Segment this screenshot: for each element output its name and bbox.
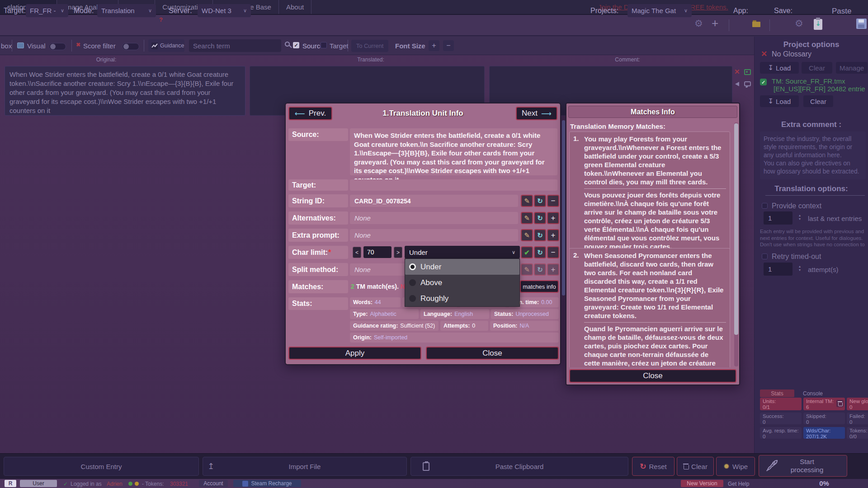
trash-icon[interactable] [836, 400, 844, 407]
plus-glyph: + [551, 231, 556, 240]
char-limit-increase-button[interactable]: > [394, 247, 402, 258]
edit-pencil-icon[interactable]: ✎ [521, 212, 533, 224]
refresh-icon[interactable]: ↻ [534, 263, 546, 276]
account-button[interactable]: Account [199, 480, 228, 487]
project-settings-gear-icon[interactable]: ⚙ [694, 18, 703, 29]
dropdown-option-roughly[interactable]: Roughly [405, 291, 519, 306]
refresh-icon[interactable]: ↻ [534, 246, 546, 258]
paste-icon[interactable]: ⇣ [814, 19, 822, 30]
menu-item-about[interactable]: About [279, 0, 311, 14]
edit-pencil-icon[interactable]: ✎ [521, 229, 533, 241]
tm-load-button[interactable]: ↧ Load [760, 95, 799, 107]
char-limit-decrease-button[interactable]: < [353, 247, 361, 258]
spinner-arrows-icon[interactable]: ▴▾ [799, 265, 801, 272]
search-input[interactable] [189, 39, 281, 52]
alternatives-value[interactable]: None [350, 212, 518, 224]
server-select[interactable]: WD-Net 3 ∨ [198, 4, 251, 17]
dropdown-option-above[interactable]: Above [405, 275, 519, 291]
string-id-value[interactable]: CARD_ID_0078254 [350, 195, 518, 207]
add-project-button[interactable]: + [712, 16, 718, 30]
original-text-area[interactable]: When Woe Strider enters the battlefield,… [5, 66, 245, 116]
provide-context-checkbox[interactable] [762, 203, 768, 209]
user-button[interactable]: User [20, 480, 57, 487]
refresh-icon[interactable]: ↻ [534, 229, 546, 241]
plus-glyph: + [551, 214, 556, 223]
start-processing-button[interactable]: Start processing [759, 455, 847, 477]
get-help-link[interactable]: Get Help [728, 481, 749, 487]
stat-value: 6 [806, 404, 809, 410]
target-checkbox[interactable] [321, 42, 327, 48]
refresh-icon[interactable]: ↻ [534, 212, 546, 224]
add-icon[interactable]: + [547, 212, 559, 224]
delete-row-icon[interactable]: ✕ [734, 68, 740, 76]
retry-count-input[interactable] [764, 263, 793, 276]
save-settings-gear-icon[interactable]: ⚙ [795, 18, 803, 29]
confirm-check-icon[interactable]: ✔ [521, 246, 533, 258]
image-attachment-icon[interactable] [744, 69, 751, 75]
steam-recharge-button[interactable]: Steam Recharge [233, 480, 301, 487]
app-folder-icon[interactable] [752, 22, 760, 27]
extra-comment-textarea[interactable] [760, 131, 866, 179]
refresh-icon[interactable]: ↻ [534, 195, 546, 207]
comment-bubble-icon[interactable] [744, 81, 751, 86]
help-badge-icon[interactable]: ? [159, 16, 163, 23]
to-current-button[interactable]: To Current [351, 40, 388, 52]
apply-button[interactable]: Apply [288, 347, 421, 360]
edit-pencil-icon[interactable]: ✎ [521, 195, 533, 207]
tab-console[interactable]: Console [796, 389, 830, 397]
import-file-button[interactable]: ↥ Import File [203, 457, 407, 476]
panel-close-button[interactable]: Close [569, 369, 736, 383]
add-icon[interactable]: + [547, 263, 559, 276]
matches-info-button[interactable]: matches info [520, 280, 559, 293]
edit-pencil-icon[interactable]: ✎ [521, 263, 533, 276]
stat-cell-units: Units: 0/1 [760, 398, 802, 410]
glossary-clear-button[interactable]: Clear [802, 62, 832, 74]
paste-clipboard-button[interactable]: Paste Clipboard [410, 457, 628, 476]
chevron-down-icon: ∨ [240, 8, 247, 14]
projects-select[interactable]: Magic The Gat ∨ [627, 4, 692, 17]
match-target-text: Vous pouvez jouer des forêts depuis votr… [584, 191, 726, 251]
char-limit-dropdown: Under Above Roughly [405, 258, 520, 307]
source-checkbox[interactable]: ✓ [293, 42, 299, 48]
glossary-load-button[interactable]: ↧ Load [760, 62, 799, 74]
new-version-button[interactable]: New Version [681, 480, 723, 487]
modal-close-button[interactable]: Close [426, 347, 559, 360]
custom-entry-button[interactable]: Custom Entry [4, 457, 199, 476]
char-limit-mode-select[interactable]: Under ∨ [405, 246, 520, 258]
glossary-manage-button[interactable]: Manage [836, 62, 868, 74]
mode-select[interactable]: Translation ∨ [97, 4, 156, 17]
font-size-increase-button[interactable]: + [429, 40, 439, 51]
search-icon[interactable] [285, 42, 290, 47]
dropdown-option-under[interactable]: Under [405, 259, 519, 275]
paste-button[interactable]: Paste [832, 7, 851, 16]
extra-prompt-value[interactable]: None [350, 229, 518, 241]
stat-label: Internal TM: [806, 399, 834, 404]
panel-scrollbar[interactable] [734, 122, 738, 366]
reset-button[interactable]: ↻ Reset [632, 457, 675, 476]
save-file-icon[interactable] [856, 19, 867, 29]
guidance-button[interactable]: Guidance [148, 39, 184, 52]
load-label: Load [776, 98, 791, 105]
retry-timed-out-checkbox[interactable] [762, 253, 768, 259]
remove-icon[interactable]: − [547, 195, 559, 207]
next-button[interactable]: Next ⟶ [516, 107, 557, 120]
spinner-arrows-icon[interactable]: ▴▾ [799, 214, 801, 221]
mute-speaker-icon[interactable] [735, 82, 739, 86]
scrollbar-thumb[interactable] [734, 123, 738, 335]
remove-icon[interactable]: − [547, 246, 559, 258]
tm-checkbox[interactable]: ✓ [760, 79, 767, 85]
font-size-decrease-button[interactable]: − [443, 40, 454, 51]
score-filter-toggle[interactable] [122, 43, 139, 50]
tm-clear-button[interactable]: Clear [803, 95, 833, 107]
context-count-input[interactable] [764, 211, 793, 225]
wipe-button[interactable]: ✹ Wipe [716, 457, 755, 476]
target-language-select[interactable]: FR_FR - ∨ [26, 4, 68, 17]
add-icon[interactable]: + [547, 229, 559, 241]
clear-button[interactable]: Clear [677, 457, 714, 476]
char-limit-input[interactable] [363, 246, 392, 258]
visual-toggle[interactable] [49, 43, 66, 50]
stat-value: 0/1 [763, 404, 770, 410]
refresh-glyph: ↻ [537, 197, 543, 205]
tab-stats[interactable]: Stats [760, 389, 794, 397]
target-field-value[interactable] [350, 179, 557, 191]
